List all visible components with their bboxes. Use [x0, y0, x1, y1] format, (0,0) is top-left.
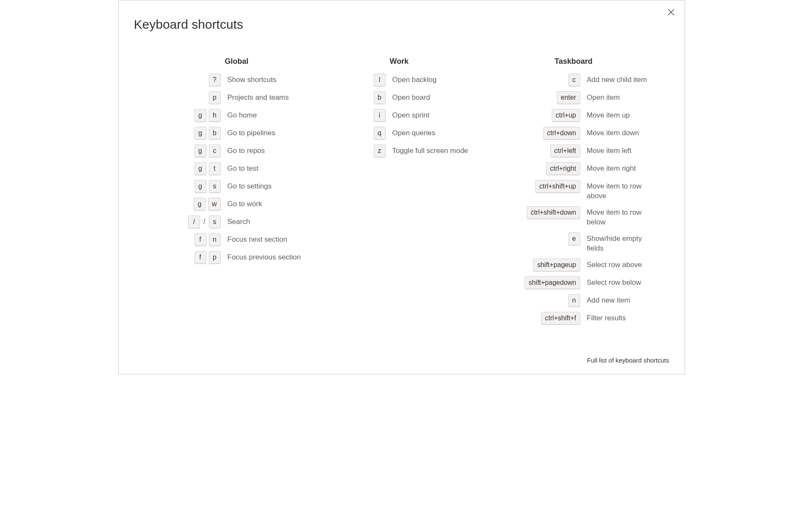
- shortcut-description: Focus next section: [221, 233, 314, 245]
- shortcut-keys: ctrl+shift+up: [496, 180, 580, 193]
- shortcut-row: ctrl+leftMove item left: [496, 145, 673, 157]
- shortcut-keys: e: [496, 232, 580, 245]
- shortcut-row: cAdd new child item: [496, 74, 673, 86]
- shortcut-description: Select row below: [580, 276, 660, 288]
- shortcut-keys: l: [331, 74, 386, 86]
- shortcut-keys: gt: [166, 162, 221, 175]
- keycap: ctrl+shift+f: [541, 312, 580, 325]
- keyboard-shortcuts-dialog: Keyboard shortcuts Global ?Show shortcut…: [118, 0, 685, 374]
- shortcut-row: shift+pagedownSelect row below: [496, 276, 673, 289]
- shortcut-description: Move item right: [580, 162, 660, 174]
- shortcut-row: pProjects and teams: [166, 91, 331, 104]
- shortcut-description: Open queries: [386, 127, 479, 138]
- shortcut-description: Go home: [221, 109, 314, 120]
- shortcut-row: iOpen sprint: [331, 109, 496, 122]
- keycap: ctrl+shift+down: [527, 206, 580, 219]
- shortcut-description: Go to test: [221, 162, 314, 174]
- keycap: ctrl+shift+up: [535, 180, 580, 193]
- keycap: n: [209, 233, 221, 246]
- shortcut-row: //sSearch: [166, 216, 331, 228]
- column-work: Work lOpen backlogbOpen boardiOpen sprin…: [331, 57, 496, 330]
- keycap: g: [194, 198, 206, 210]
- keycap: w: [208, 198, 221, 210]
- full-list-link[interactable]: Full list of keyboard shortcuts: [587, 357, 669, 364]
- shortcut-row: gsGo to settings: [166, 180, 331, 193]
- shortcut-keys: n: [496, 294, 580, 307]
- shortcut-row: eShow/hide empty fields: [496, 232, 673, 254]
- shortcut-row: ctrl+shift+upMove item to row above: [496, 180, 673, 201]
- keycap: ctrl+up: [552, 109, 580, 122]
- shortcut-description: Move item to row above: [580, 180, 660, 201]
- shortcut-description: Add new child item: [580, 74, 660, 85]
- shortcut-row: gcGo to repos: [166, 145, 331, 157]
- keycap: s: [209, 180, 221, 193]
- column-taskboard-rows: cAdd new child itementerOpen itemctrl+up…: [496, 74, 673, 325]
- shortcut-keys: gh: [166, 109, 221, 122]
- keycap: g: [195, 127, 206, 139]
- shortcut-row: ctrl+upMove item up: [496, 109, 673, 122]
- shortcut-description: Go to pipelines: [221, 127, 314, 138]
- keycap: ctrl+down: [543, 127, 580, 139]
- keycap: shift+pagedown: [525, 276, 580, 289]
- close-icon: [668, 9, 674, 16]
- keycap: ctrl+left: [550, 145, 580, 157]
- keycap: /: [188, 216, 200, 228]
- keycap: enter: [557, 91, 580, 104]
- keycap: s: [209, 216, 221, 228]
- shortcut-keys: gw: [166, 198, 221, 210]
- column-global-rows: ?Show shortcutspProjects and teamsghGo h…: [166, 74, 331, 264]
- column-header-work: Work: [331, 57, 496, 66]
- column-header-taskboard: Taskboard: [496, 57, 673, 66]
- shortcut-row: fpFocus previous section: [166, 251, 331, 264]
- keycap: ?: [209, 74, 221, 86]
- keycap: t: [209, 162, 221, 175]
- shortcut-row: gbGo to pipelines: [166, 127, 331, 139]
- shortcut-keys: ?: [166, 74, 221, 86]
- shortcut-row: shift+pageupSelect row above: [496, 259, 673, 271]
- column-header-global: Global: [166, 57, 331, 66]
- keycap: g: [195, 109, 206, 122]
- shortcut-description: Filter results: [580, 312, 660, 323]
- shortcut-description: Go to work: [221, 198, 314, 209]
- shortcut-keys: gs: [166, 180, 221, 193]
- shortcut-description: Open item: [580, 91, 660, 103]
- shortcut-description: Show/hide empty fields: [580, 232, 660, 254]
- shortcut-keys: shift+pageup: [496, 259, 580, 271]
- shortcut-keys: ctrl+shift+down: [496, 206, 580, 219]
- keycap: f: [195, 251, 206, 264]
- shortcut-columns: Global ?Show shortcutspProjects and team…: [134, 57, 669, 330]
- keycap: z: [374, 145, 386, 157]
- column-work-rows: lOpen backlogbOpen boardiOpen sprintqOpe…: [331, 74, 496, 157]
- keycap: l: [374, 74, 386, 86]
- keycap: f: [195, 233, 206, 246]
- keycap: i: [374, 109, 386, 122]
- shortcut-description: Open board: [386, 91, 479, 103]
- shortcut-keys: shift+pagedown: [496, 276, 580, 289]
- keycap: p: [209, 251, 221, 264]
- shortcut-row: bOpen board: [331, 91, 496, 104]
- shortcut-description: Toggle full screen mode: [386, 145, 479, 156]
- shortcut-keys: ctrl+shift+f: [496, 312, 580, 325]
- keycap: c: [209, 145, 221, 157]
- shortcut-keys: ctrl+right: [496, 162, 580, 175]
- keycap: p: [209, 91, 221, 104]
- keycap: n: [568, 294, 580, 307]
- close-button[interactable]: [666, 7, 676, 17]
- shortcut-row: enterOpen item: [496, 91, 673, 104]
- shortcut-keys: fp: [166, 251, 221, 264]
- shortcut-row: ghGo home: [166, 109, 331, 122]
- shortcut-keys: z: [331, 145, 386, 157]
- keycap: h: [209, 109, 221, 122]
- shortcut-keys: fn: [166, 233, 221, 246]
- shortcut-row: ctrl+rightMove item right: [496, 162, 673, 175]
- shortcut-description: Add new item: [580, 294, 660, 306]
- shortcut-row: gwGo to work: [166, 198, 331, 210]
- shortcut-keys: i: [331, 109, 386, 122]
- dialog-title: Keyboard shortcuts: [134, 17, 669, 32]
- shortcut-row: fnFocus next section: [166, 233, 331, 246]
- shortcut-description: Move item left: [580, 145, 660, 156]
- keycap: q: [374, 127, 386, 139]
- keycap: shift+pageup: [533, 259, 580, 271]
- shortcut-keys: ctrl+down: [496, 127, 580, 139]
- column-taskboard: Taskboard cAdd new child itementerOpen i…: [496, 57, 673, 330]
